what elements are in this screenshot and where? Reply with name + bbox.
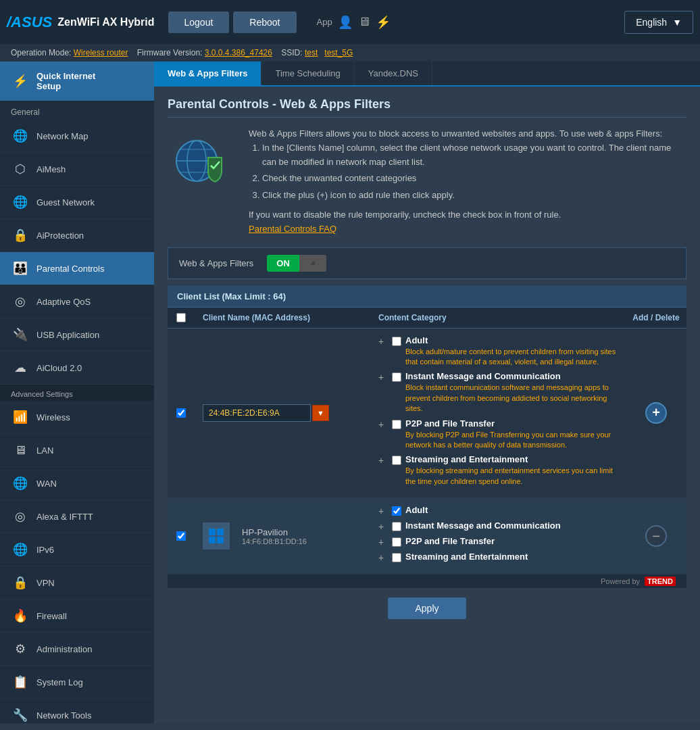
row2-content-cell: + Adult + Instant Message and Communicat…: [370, 498, 626, 574]
row1-client-dropdown[interactable]: ▼: [312, 405, 329, 421]
row1-adult-name: Adult: [405, 335, 618, 345]
row2-client-mac: 14:F6:D8:B1:DD:16: [242, 537, 307, 545]
wan-icon: 🌐: [11, 474, 30, 493]
sidebar-label-firewall: Firewall: [36, 611, 67, 621]
sidebar-label-ipv6: IPv6: [36, 545, 54, 555]
row2-checkbox[interactable]: [176, 531, 186, 541]
wireless-icon: 📶: [11, 408, 30, 427]
powered-by: Powered by TREND: [168, 575, 686, 588]
firewall-icon: 🔥: [11, 606, 30, 625]
row1-checkbox[interactable]: [176, 408, 186, 418]
row1-streaming-checkbox[interactable]: [392, 456, 401, 465]
row2-client-cell: HP-Pavilion 14:F6:D8:B1:DD:16: [195, 498, 370, 574]
network-tools-icon: 🔧: [11, 706, 30, 723]
sidebar-item-parental-controls[interactable]: 👪 Parental Controls: [0, 252, 154, 285]
sidebar-item-vpn[interactable]: 🔒 VPN: [0, 566, 154, 600]
toggle-row: Web & Apps Filters ON ◾: [168, 247, 686, 279]
row2-delete-button[interactable]: −: [645, 525, 667, 547]
row1-adult-checkbox[interactable]: [392, 337, 401, 346]
row1-instant-expand-icon[interactable]: +: [378, 372, 388, 383]
firmware-label: Firmware Version:: [137, 48, 203, 57]
row2-p2p-expand-icon[interactable]: +: [378, 537, 388, 548]
chevron-down-icon: ▼: [672, 17, 682, 28]
sidebar-item-lan[interactable]: 🖥 LAN: [0, 434, 154, 467]
trend-logo: TREND: [645, 577, 676, 585]
windows-icon: [203, 522, 230, 550]
row1-p2p-expand-icon[interactable]: +: [378, 419, 388, 430]
row2-streaming-checkbox[interactable]: [392, 553, 401, 562]
row1-streaming-desc: By blocking streaming and entertainment …: [405, 466, 618, 487]
tab-web-apps-filters[interactable]: Web & Apps Filters: [154, 62, 261, 85]
row1-client-input[interactable]: [203, 404, 311, 422]
row1-p2p-checkbox[interactable]: [392, 420, 401, 429]
sidebar-item-adaptive-qos[interactable]: ◎ Adaptive QoS: [0, 285, 154, 318]
person-icon[interactable]: 👤: [338, 15, 353, 30]
row2-adult-checkbox[interactable]: [392, 506, 401, 516]
row1-instant-checkbox[interactable]: [392, 372, 401, 382]
web-apps-filter-toggle[interactable]: ON ◾: [267, 255, 326, 272]
row2-cat-p2p: + P2P and File Transfer: [378, 536, 618, 548]
language-label: English: [636, 17, 667, 28]
sidebar-item-aiprotection[interactable]: 🔒 AiProtection: [0, 219, 154, 252]
row2-instant-name: Instant Message and Communication: [405, 520, 618, 531]
top-icons-area: App 👤 🖥 ⚡: [317, 15, 391, 30]
page-title: Parental Controls - Web & Apps Filters: [168, 97, 686, 118]
sidebar-item-network-tools[interactable]: 🔧 Network Tools: [0, 699, 154, 723]
monitor-icon[interactable]: 🖥: [358, 15, 370, 29]
sidebar-label-usb-application: USB Application: [36, 330, 99, 340]
sidebar-label-aiprotection: AiProtection: [36, 230, 84, 241]
quick-internet-setup[interactable]: ⚡ Quick InternetSetup: [0, 62, 154, 101]
ssid-5g[interactable]: test_5G: [324, 48, 353, 57]
row2-checkbox-cell: [168, 498, 195, 574]
sidebar-item-usb-application[interactable]: 🔌 USB Application: [0, 318, 154, 351]
logout-button[interactable]: Logout: [168, 11, 230, 33]
sidebar-item-guest-network[interactable]: 🌐 Guest Network: [0, 186, 154, 219]
reboot-button[interactable]: Reboot: [233, 11, 296, 33]
row1-add-button[interactable]: +: [645, 402, 667, 424]
top-buttons: Logout Reboot: [168, 11, 297, 33]
sidebar-item-alexa[interactable]: ◎ Alexa & IFTTT: [0, 500, 154, 533]
row1-adult-expand-icon[interactable]: +: [378, 336, 388, 347]
sidebar-item-wan[interactable]: 🌐 WAN: [0, 467, 154, 500]
col-add-delete: Add / Delete: [626, 308, 686, 328]
usb-application-icon: 🔌: [11, 325, 30, 344]
row2-p2p-checkbox[interactable]: [392, 537, 401, 547]
row2-cat-adult: + Adult: [378, 505, 618, 516]
sidebar-label-network-tools: Network Tools: [36, 710, 91, 721]
sidebar-label-wan: WAN: [36, 479, 57, 489]
sidebar-label-lan: LAN: [36, 445, 53, 456]
sidebar-item-aicloud[interactable]: ☁ AiCloud 2.0: [0, 351, 154, 385]
sidebar-label-wireless: Wireless: [36, 412, 70, 422]
apply-button[interactable]: Apply: [388, 598, 466, 619]
sidebar-label-vpn: VPN: [36, 578, 55, 588]
row2-cat-streaming: + Streaming and Entertainment: [378, 552, 618, 563]
row1-streaming-expand-icon[interactable]: +: [378, 455, 388, 466]
sidebar-item-network-map[interactable]: 🌐 Network Map: [0, 120, 154, 153]
sidebar-item-administration[interactable]: ⚙ Administration: [0, 633, 154, 666]
quick-setup-label: Quick InternetSetup: [36, 71, 95, 91]
sidebar-item-firewall[interactable]: 🔥 Firewall: [0, 600, 154, 633]
usb-icon[interactable]: ⚡: [376, 15, 391, 30]
sidebar-item-system-log[interactable]: 📋 System Log: [0, 666, 154, 699]
sidebar-label-administration: Administration: [36, 644, 92, 654]
parental-controls-faq-link[interactable]: Parental Controls FAQ: [249, 224, 336, 234]
sidebar-item-aimesh[interactable]: ⬡ AiMesh: [0, 153, 154, 186]
aimesh-icon: ⬡: [11, 160, 30, 178]
firmware-value[interactable]: 3.0.0.4.386_47426: [205, 48, 272, 57]
row2-instant-expand-icon[interactable]: +: [378, 521, 388, 532]
row2-instant-checkbox[interactable]: [392, 522, 401, 531]
row2-streaming-expand-icon[interactable]: +: [378, 552, 388, 563]
select-all-checkbox[interactable]: [176, 313, 186, 322]
tab-yandex-dns[interactable]: Yandex.DNS: [355, 62, 432, 85]
language-selector[interactable]: English ▼: [624, 11, 693, 34]
toggle-on-label: ON: [267, 255, 299, 272]
ssid-2g[interactable]: test: [305, 48, 318, 57]
sidebar-item-ipv6[interactable]: 🌐 IPv6: [0, 533, 154, 566]
row2-adult-expand-icon[interactable]: +: [378, 506, 388, 516]
sidebar-label-aimesh: AiMesh: [36, 164, 66, 174]
svg-rect-6: [217, 529, 224, 535]
op-mode-value[interactable]: Wireless router: [74, 48, 128, 57]
sidebar-item-wireless[interactable]: 📶 Wireless: [0, 401, 154, 434]
tab-time-scheduling[interactable]: Time Scheduling: [261, 62, 354, 85]
desc-step-1: In the [Clients Name] column, select the…: [262, 141, 686, 170]
